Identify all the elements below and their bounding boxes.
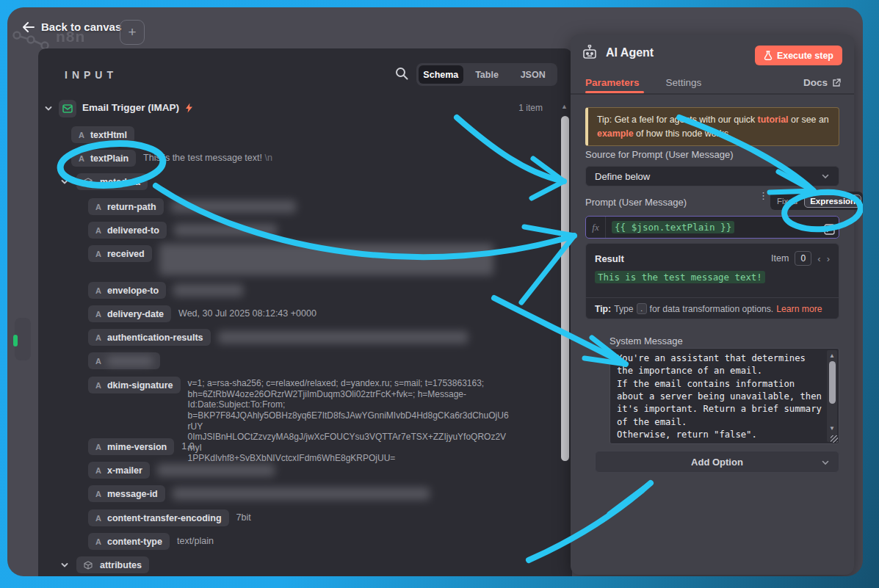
- redacted-value: [173, 284, 243, 297]
- field-value: This is the test message text! \n: [143, 153, 272, 164]
- schema-row-envelope-to[interactable]: Aenvelope-to: [38, 282, 552, 299]
- chevron-down-icon[interactable]: [60, 561, 69, 570]
- data-transformation-tip: Tip: Type . for data transformation opti…: [595, 303, 822, 314]
- back-to-canvas-button[interactable]: Back to canvas: [22, 21, 121, 33]
- execute-step-button[interactable]: Execute step: [755, 46, 842, 65]
- source-for-prompt-select[interactable]: Define below: [585, 166, 839, 186]
- result-value: This is the test message text!: [595, 271, 765, 283]
- email-trigger-icon: [59, 100, 76, 117]
- app-window: n8n Back to canvas + INPUT Schema Table …: [0, 0, 879, 588]
- schema-row-textplain[interactable]: AtextPlain This is the test message text…: [38, 150, 552, 167]
- schema-row-return-path[interactable]: Areturn-path: [38, 198, 552, 215]
- divider: [571, 93, 854, 95]
- field-key: textPlain: [90, 153, 129, 164]
- view-mode-switcher: Schema Table JSON: [416, 63, 557, 86]
- schema-row-content-transfer-encoding[interactable]: Acontent-transfer-encoding 7bit: [38, 509, 552, 526]
- expression-input[interactable]: fx {{ $json.textPlain }}: [585, 216, 839, 239]
- schema-row-delivered-to[interactable]: Adelivered-to: [38, 222, 552, 239]
- tab-schema[interactable]: Schema: [419, 65, 463, 84]
- divider: [586, 297, 839, 298]
- fixed-expression-toggle: Fixed Expression: [770, 192, 863, 210]
- next-item-icon[interactable]: ›: [827, 253, 830, 264]
- redacted-value: [218, 331, 468, 344]
- toggle-fixed[interactable]: Fixed: [772, 195, 803, 207]
- external-link-icon: [832, 79, 841, 87]
- field-key: textHtml: [90, 130, 127, 140]
- field-value: 1.0: [181, 441, 194, 452]
- tab-parameters[interactable]: Parameters: [585, 77, 640, 88]
- tab-table[interactable]: Table: [465, 65, 510, 84]
- field-value: text/plain: [177, 536, 214, 547]
- node-settings-panel: AI Agent Execute step Parameters Setting…: [571, 35, 854, 575]
- fx-icon: fx: [586, 217, 606, 238]
- node-name: Email Trigger (IMAP): [82, 102, 179, 113]
- back-to-canvas-label: Back to canvas: [41, 21, 121, 33]
- field-value: 7bit: [236, 512, 251, 523]
- schema-row-x-mailer[interactable]: Ax-mailer: [38, 462, 552, 479]
- expand-expression-icon[interactable]: [824, 224, 835, 235]
- schema-row-redacted-key[interactable]: A: [38, 352, 552, 369]
- learn-more-link[interactable]: Learn more: [776, 304, 822, 314]
- redacted-value: [174, 224, 277, 236]
- expression-result-card: Result Item 0 ‹ › This is the test messa…: [585, 243, 839, 319]
- schema-row-message-id[interactable]: Amessage-id: [38, 485, 552, 502]
- add-option-button[interactable]: Add Option: [595, 451, 839, 473]
- schema-row-delivery-date[interactable]: Adelivery-date Wed, 30 Jul 2025 08:12:43…: [38, 305, 552, 322]
- source-for-prompt-label: Source for Prompt (User Message): [585, 149, 734, 160]
- chevron-down-icon: [821, 172, 830, 181]
- item-index[interactable]: 0: [795, 251, 811, 266]
- field-key: metadata: [100, 177, 140, 187]
- dimmed-canvas: n8n Back to canvas + INPUT Schema Table …: [7, 7, 863, 576]
- tab-json[interactable]: JSON: [510, 65, 555, 84]
- schema-row-received[interactable]: Areceived: [38, 245, 552, 275]
- scroll-up-arrow[interactable]: ▲: [829, 352, 835, 359]
- tab-settings[interactable]: Settings: [666, 77, 702, 88]
- tutorial-link[interactable]: tutorial: [758, 115, 789, 125]
- parameter-options-icon[interactable]: ⋮: [759, 193, 764, 199]
- schema-row-texthtml[interactable]: AtextHtml: [38, 126, 552, 143]
- search-icon[interactable]: [395, 67, 408, 80]
- selected-option: Define below: [595, 171, 650, 182]
- system-message-label: System Message: [609, 335, 683, 346]
- redacted-key: [107, 357, 153, 366]
- textarea-scrollbar[interactable]: ▲ ▼: [827, 350, 837, 442]
- item-label: Item: [771, 253, 789, 264]
- resize-grip[interactable]: [831, 435, 838, 443]
- input-panel: INPUT Schema Table JSON 1 item Email Tri…: [38, 48, 572, 576]
- node-connector: [13, 335, 18, 346]
- input-panel-title: INPUT: [65, 69, 117, 81]
- node-title: AI Agent: [606, 46, 654, 59]
- flask-icon: [764, 51, 773, 60]
- prompt-label: Prompt (User Message): [585, 197, 687, 208]
- schema-row-attributes[interactable]: attributes: [38, 556, 552, 573]
- scrollbar-thumb[interactable]: [829, 361, 836, 404]
- expression-value: {{ $json.textPlain }}: [612, 221, 734, 233]
- chevron-down-icon[interactable]: [44, 104, 53, 113]
- redacted-value: [157, 464, 275, 476]
- system-message-value: You're an assistant that determines the …: [617, 352, 824, 440]
- schema-row-content-type[interactable]: Acontent-type text/plain: [38, 533, 552, 550]
- field-value: Wed, 30 Jul 2025 08:12:43 +0000: [178, 308, 316, 319]
- type-string-icon: A: [79, 131, 84, 139]
- schema-row-mime-version[interactable]: Amime-version 1.0: [38, 438, 552, 455]
- input-panel-scrollbar[interactable]: ▲: [560, 103, 571, 576]
- docs-link[interactable]: Docs: [803, 77, 841, 88]
- system-message-textarea[interactable]: You're an assistant that determines the …: [609, 348, 839, 444]
- schema-row-metadata[interactable]: metadata: [38, 173, 552, 190]
- add-node-button[interactable]: +: [120, 20, 145, 45]
- dot-key-icon: .: [637, 303, 647, 314]
- toggle-expression[interactable]: Expression: [804, 195, 861, 208]
- type-string-icon: A: [79, 154, 84, 163]
- chevron-down-icon: [821, 458, 830, 467]
- scroll-down-arrow[interactable]: ▼: [829, 425, 835, 432]
- schema-row-authentication-results[interactable]: Aauthentication-results: [38, 329, 552, 346]
- result-label: Result: [595, 253, 624, 264]
- example-link[interactable]: example: [597, 128, 634, 139]
- scrollbar-thumb[interactable]: [561, 116, 569, 461]
- back-arrow-icon: [22, 22, 35, 32]
- schema-node-row[interactable]: Email Trigger (IMAP): [38, 100, 552, 117]
- previous-item-icon[interactable]: ‹: [817, 253, 820, 264]
- scroll-up-arrow[interactable]: ▲: [561, 103, 568, 110]
- chevron-down-icon[interactable]: [60, 178, 69, 186]
- agent-tip-banner: Tip: Get a feel for agents with our quic…: [585, 107, 839, 146]
